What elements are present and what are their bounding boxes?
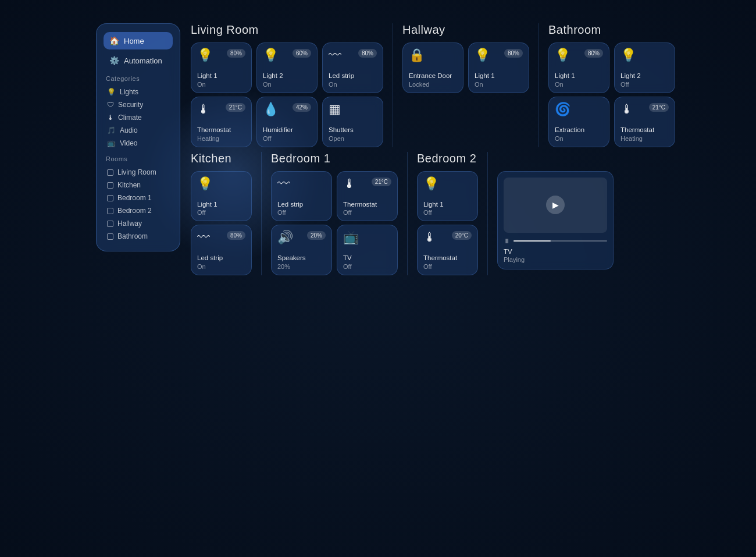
automation-icon: ⚙️ [109,56,119,65]
lr-shutters-icon: ▦ [329,103,341,116]
b2-light1-name: Light 1 [423,201,472,209]
bathroom-row2: 🌀ExtractionOn🌡21°CThermostatHeating [548,97,675,147]
bathroom-checkbox[interactable] [107,233,113,240]
ki-light1-status: Off [197,209,245,216]
b2-thermostat-status: Off [423,263,472,270]
tv-tile[interactable]: ▶ ⏸ TV Playing [497,171,614,270]
device-tile-ba-extraction[interactable]: 🌀ExtractionOn [548,97,609,147]
device-tile-ki-ledstrip[interactable]: 〰80%Led stripOn [191,225,252,275]
ba-light1-name: Light 1 [555,72,603,80]
hallway-checkbox[interactable] [107,221,113,227]
device-tile-ba-thermostat[interactable]: 🌡21°CThermostatHeating [614,97,675,147]
category-audio[interactable]: 🎵Audio [104,124,173,137]
b1-tv2-status: Off [343,263,391,270]
hw-door-status: Locked [409,81,457,88]
hallway-block: Hallway 🔒Entrance DoorLocked💡80%Light 1O… [402,23,529,97]
category-climate[interactable]: 🌡Climate [104,111,173,124]
device-tile-lr-shutters[interactable]: ▦ShuttersOpen [322,97,383,147]
bathroom-title: Bathroom [548,23,675,37]
sidebar-nav-automation[interactable]: ⚙️Automation [104,52,173,69]
room-living-room[interactable]: Living Room [104,166,173,179]
security-category-icon: 🛡 [107,101,114,109]
lr-light1-badge: 80% [227,49,245,58]
hw-light1-icon: 💡 [475,49,490,62]
bedroom2-title: Bedroom 2 [417,152,478,165]
hw-door-name: Entrance Door [409,72,457,80]
room-bathroom[interactable]: Bathroom [104,230,173,243]
b2-light1-status: Off [423,209,472,216]
hw-door-icon: 🔒 [409,49,425,62]
room-hallway[interactable]: Hallway [104,217,173,230]
living-room-row1: 💡80%Light 1On💡60%Light 2On〰80%Led stripO… [191,42,383,93]
hallway-title: Hallway [402,23,529,37]
ba-extraction-name: Extraction [555,126,603,134]
lr-humidifier-name: Humidifier [263,126,311,134]
rooms-label: Rooms [106,155,173,162]
divider4 [407,152,408,276]
nav-label-automation: Automation [124,56,162,65]
category-label-climate: Climate [118,113,142,122]
bedroom2-row2: 🌡20°CThermostatOff [417,225,478,275]
room-bedroom1[interactable]: Bedroom 1 [104,191,173,204]
device-tile-ba-light2[interactable]: 💡Light 2Off [614,42,675,93]
device-tile-b1-tv2[interactable]: 📺TVOff [337,225,398,275]
living-room-block: Living Room 💡80%Light 1On💡60%Light 2On〰8… [191,23,383,147]
room-bedroom2[interactable]: Bedroom 2 [104,204,173,217]
kitchen-checkbox[interactable] [107,182,113,189]
device-tile-lr-light1[interactable]: 💡80%Light 1On [191,42,252,93]
device-tile-b2-light1[interactable]: 💡Light 1Off [417,171,478,222]
device-tile-b2-thermostat[interactable]: 🌡20°CThermostatOff [417,225,478,275]
category-video[interactable]: 📺Video [104,137,173,150]
lr-light2-status: On [263,81,311,88]
divider3 [261,152,262,276]
b1-thermostat-icon: 🌡 [343,178,356,190]
hw-light1-status: On [475,81,523,88]
room-label-kitchen: Kitchen [117,181,141,189]
bedroom1-checkbox[interactable] [107,195,113,201]
hw-light1-badge: 80% [504,49,523,58]
living-room-checkbox[interactable] [107,169,113,176]
tv-pause-icon: ⏸ [504,237,510,244]
tv-block: ▶ ⏸ TV Playing [497,152,614,270]
video-category-icon: 📺 [107,139,116,147]
climate-category-icon: 🌡 [107,113,114,122]
home-icon: 🏠 [109,36,119,45]
device-tile-lr-light2[interactable]: 💡60%Light 2On [256,42,318,93]
device-tile-ba-light1[interactable]: 💡80%Light 1On [548,42,609,93]
lr-light2-name: Light 2 [263,72,311,80]
tv-status: Playing [504,256,607,263]
b1-tv2-icon: 📺 [343,231,359,244]
device-tile-hw-light1[interactable]: 💡80%Light 1On [468,42,529,93]
category-lights[interactable]: 💡Lights [104,86,173,98]
divider2 [539,23,539,147]
device-tile-b1-speakers[interactable]: 🔊20%Speakers20% [271,225,332,275]
ki-ledstrip-icon: 〰 [197,231,210,244]
room-kitchen[interactable]: Kitchen [104,179,173,191]
ba-thermostat-badge: 21°C [649,103,669,112]
audio-category-icon: 🎵 [107,126,116,134]
kitchen-title: Kitchen [191,152,252,165]
category-security[interactable]: 🛡Security [104,98,173,111]
hallway-row1: 🔒Entrance DoorLocked💡80%Light 1On [402,42,529,93]
device-tile-b1-thermostat[interactable]: 🌡21°CThermostatOff [337,171,398,222]
hw-light1-name: Light 1 [475,72,523,80]
device-tile-lr-humidifier[interactable]: 💧42%HumidifierOff [256,97,318,147]
device-tile-b1-ledstrip[interactable]: 〰Led stripOff [271,171,332,222]
room-label-living-room: Living Room [117,168,156,176]
bedroom2-checkbox[interactable] [107,208,113,214]
device-tile-lr-ledstrip[interactable]: 〰80%Led stripOn [322,42,383,93]
living-room-title: Living Room [191,23,383,37]
lr-light2-icon: 💡 [263,49,279,62]
kitchen-row1: 💡Light 1Off [191,171,252,222]
lr-humidifier-icon: 💧 [263,103,279,116]
b1-speakers-icon: 🔊 [277,231,293,244]
bedroom2-row1: 💡Light 1Off [417,171,478,222]
sidebar-nav-home[interactable]: 🏠Home [104,32,173,49]
lr-light2-badge: 60% [293,49,311,58]
play-button[interactable]: ▶ [546,196,565,214]
tv-name: TV [504,248,607,256]
device-tile-hw-door[interactable]: 🔒Entrance DoorLocked [402,42,463,93]
ki-light1-icon: 💡 [197,178,213,190]
device-tile-lr-thermostat[interactable]: 🌡21°CThermostatHeating [191,97,252,147]
device-tile-ki-light1[interactable]: 💡Light 1Off [191,171,252,222]
